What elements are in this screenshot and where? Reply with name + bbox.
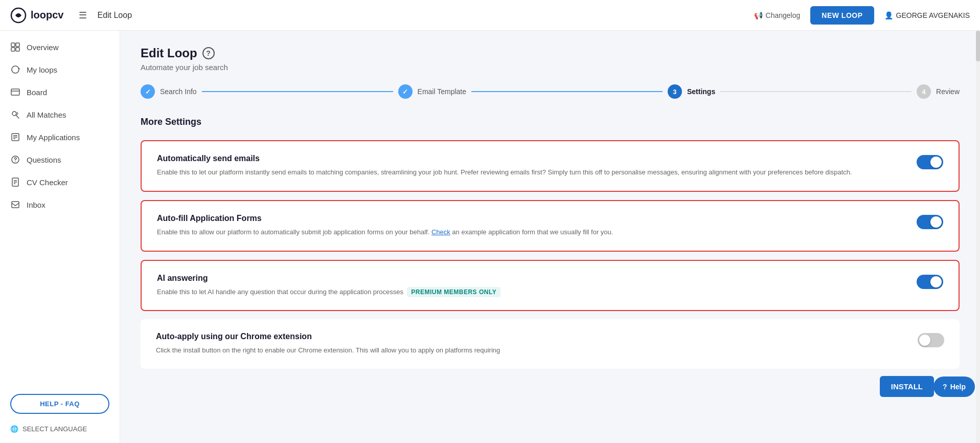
sidebar-item-all-matches[interactable]: All Matches — [0, 103, 120, 126]
user-icon: 👤 — [884, 11, 893, 19]
setting-name-auto-send: Automatically send emails — [157, 154, 906, 163]
step-circle-settings: 3 — [668, 84, 682, 99]
sidebar-item-board[interactable]: Board — [0, 81, 120, 103]
step-label-settings: Settings — [687, 87, 715, 96]
setting-desc-ai: Enable this to let AI handle any questio… — [157, 287, 906, 298]
setting-name-ai: AI answering — [157, 274, 906, 283]
my-applications-icon — [10, 132, 20, 142]
scrollbar-thumb[interactable] — [976, 31, 980, 61]
nav-title: Edit Loop — [97, 11, 132, 20]
new-loop-button[interactable]: NEW LOOP — [810, 6, 874, 25]
overview-icon — [10, 42, 20, 52]
page-header: Edit Loop ? Automate your job search — [141, 46, 960, 72]
setting-desc-auto-fill-before: Enable this to allow our platform to aut… — [157, 228, 431, 236]
hamburger-icon[interactable]: ☰ — [79, 10, 87, 21]
setting-name-chrome: Auto-apply using our Chrome extension — [156, 332, 907, 341]
install-button[interactable]: INSTALL — [880, 376, 934, 397]
step-label-search-info: Search Info — [160, 87, 197, 96]
main-layout: Overview My loops Board All Matches My A… — [0, 31, 980, 443]
board-icon — [10, 87, 20, 97]
setting-text-ai: AI answering Enable this to let AI handl… — [157, 274, 906, 298]
toggle-wrap-auto-send — [917, 154, 943, 169]
globe-icon: 🌐 — [10, 425, 18, 433]
sidebar-item-label: My loops — [27, 65, 57, 74]
sidebar-item-my-applications[interactable]: My Applications — [0, 126, 120, 148]
sidebar-item-label: Inbox — [27, 201, 45, 209]
megaphone-icon: 📢 — [754, 11, 763, 19]
all-matches-icon — [10, 109, 20, 120]
setting-ai-answering: AI answering Enable this to let AI handl… — [141, 260, 960, 312]
step-label-email-template: Email Template — [418, 87, 466, 96]
sidebar: Overview My loops Board All Matches My A… — [0, 31, 120, 443]
cv-checker-icon — [10, 177, 20, 187]
changelog-button[interactable]: 📢 Changelog — [754, 11, 801, 19]
questions-icon — [10, 154, 20, 165]
sidebar-item-label: Board — [27, 88, 47, 97]
sidebar-item-my-loops[interactable]: My loops — [0, 58, 120, 81]
svg-rect-2 — [16, 43, 19, 47]
nav-right: 📢 Changelog NEW LOOP 👤 GEORGE AVGENAKIS — [754, 6, 970, 25]
inbox-icon — [10, 200, 20, 210]
sidebar-item-questions[interactable]: Questions — [0, 148, 120, 171]
help-faq-button[interactable]: HELP - FAQ — [10, 394, 109, 414]
section-title: More Settings — [141, 117, 960, 127]
setting-text-auto-fill: Auto-fill Application Forms Enable this … — [157, 214, 906, 238]
step-circle-email-template: ✓ — [398, 84, 413, 99]
sidebar-item-overview[interactable]: Overview — [0, 36, 120, 58]
step-line-2 — [471, 91, 663, 92]
top-nav: loopcv ☰ Edit Loop 📢 Changelog NEW LOOP … — [0, 0, 980, 31]
step-line-1 — [202, 91, 393, 92]
sidebar-item-label: Overview — [27, 43, 59, 52]
toggle-auto-send[interactable] — [917, 155, 943, 169]
select-language-button[interactable]: 🌐 SELECT LANGUAGE — [0, 420, 120, 438]
toggle-wrap-chrome — [918, 332, 944, 347]
svg-rect-5 — [11, 89, 19, 95]
page-title: Edit Loop ? — [141, 46, 960, 60]
content-area: Edit Loop ? Automate your job search ✓ S… — [120, 31, 980, 443]
help-float-button[interactable]: ? Help — [933, 376, 975, 397]
step-search-info: ✓ Search Info — [141, 84, 197, 99]
setting-desc-auto-fill-after: an example application form that we usua… — [450, 228, 613, 236]
svg-rect-3 — [11, 48, 15, 51]
toggle-wrap-ai — [917, 274, 943, 289]
step-email-template: ✓ Email Template — [398, 84, 466, 99]
stepper: ✓ Search Info ✓ Email Template 3 Setting… — [141, 84, 960, 99]
toggle-chrome[interactable] — [918, 333, 944, 347]
toggle-ai[interactable] — [917, 275, 943, 289]
toggle-wrap-auto-fill — [917, 214, 943, 229]
sidebar-item-label: My Applications — [27, 133, 80, 142]
step-circle-search-info: ✓ — [141, 84, 155, 99]
setting-desc-auto-send: Enable this to let our platform instantl… — [157, 167, 906, 178]
step-review: 4 Review — [917, 84, 960, 99]
sidebar-item-label: All Matches — [27, 110, 66, 119]
svg-line-8 — [16, 115, 19, 118]
sidebar-item-cv-checker[interactable]: CV Checker — [0, 171, 120, 193]
logo-icon — [10, 7, 27, 24]
page-subtitle: Automate your job search — [141, 63, 960, 72]
help-circle-icon[interactable]: ? — [202, 47, 215, 59]
scrollbar-track — [976, 31, 980, 443]
loops-icon — [10, 64, 20, 75]
step-settings: 3 Settings — [668, 84, 715, 99]
setting-name-auto-fill: Auto-fill Application Forms — [157, 214, 906, 223]
step-circle-review: 4 — [917, 84, 931, 99]
user-name: GEORGE AVGENAKIS — [896, 11, 970, 19]
toggle-auto-fill[interactable] — [917, 215, 943, 229]
step-line-3 — [720, 91, 911, 92]
premium-badge: PREMIUM MEMBERS ONLY — [407, 287, 500, 297]
setting-text-chrome: Auto-apply using our Chrome extension Cl… — [156, 332, 907, 356]
logo[interactable]: loopcv — [10, 7, 63, 24]
setting-auto-apply-chrome: Auto-apply using our Chrome extension Cl… — [141, 319, 960, 369]
svg-point-14 — [15, 161, 16, 162]
setting-text-auto-send: Automatically send emails Enable this to… — [157, 154, 906, 178]
setting-desc-chrome: Click the install button on the right to… — [156, 345, 907, 356]
svg-rect-1 — [11, 43, 15, 47]
sidebar-item-inbox[interactable]: Inbox — [0, 193, 120, 216]
check-link[interactable]: Check — [431, 228, 450, 236]
step-label-review: Review — [936, 87, 960, 96]
setting-auto-send-emails: Automatically send emails Enable this to… — [141, 140, 960, 192]
svg-rect-19 — [12, 202, 19, 208]
setting-auto-fill-forms: Auto-fill Application Forms Enable this … — [141, 200, 960, 252]
sidebar-item-label: Questions — [27, 156, 61, 164]
user-area[interactable]: 👤 GEORGE AVGENAKIS — [884, 11, 970, 19]
